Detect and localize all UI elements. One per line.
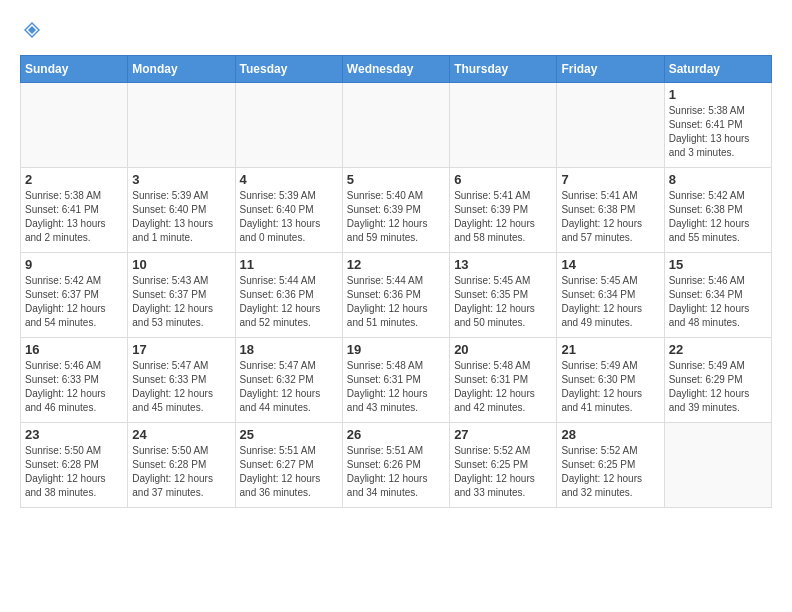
day-number: 11: [240, 257, 338, 272]
calendar-cell: 26Sunrise: 5:51 AM Sunset: 6:26 PM Dayli…: [342, 423, 449, 508]
day-info: Sunrise: 5:52 AM Sunset: 6:25 PM Dayligh…: [454, 444, 552, 500]
day-number: 9: [25, 257, 123, 272]
calendar-cell: [664, 423, 771, 508]
day-info: Sunrise: 5:44 AM Sunset: 6:36 PM Dayligh…: [240, 274, 338, 330]
calendar-cell: 18Sunrise: 5:47 AM Sunset: 6:32 PM Dayli…: [235, 338, 342, 423]
day-info: Sunrise: 5:40 AM Sunset: 6:39 PM Dayligh…: [347, 189, 445, 245]
day-number: 7: [561, 172, 659, 187]
calendar-cell: 25Sunrise: 5:51 AM Sunset: 6:27 PM Dayli…: [235, 423, 342, 508]
day-number: 27: [454, 427, 552, 442]
calendar-cell: 5Sunrise: 5:40 AM Sunset: 6:39 PM Daylig…: [342, 168, 449, 253]
week-row-4: 16Sunrise: 5:46 AM Sunset: 6:33 PM Dayli…: [21, 338, 772, 423]
day-info: Sunrise: 5:43 AM Sunset: 6:37 PM Dayligh…: [132, 274, 230, 330]
calendar-cell: 1Sunrise: 5:38 AM Sunset: 6:41 PM Daylig…: [664, 83, 771, 168]
calendar-cell: 11Sunrise: 5:44 AM Sunset: 6:36 PM Dayli…: [235, 253, 342, 338]
day-number: 20: [454, 342, 552, 357]
weekday-header-thursday: Thursday: [450, 56, 557, 83]
day-number: 25: [240, 427, 338, 442]
day-info: Sunrise: 5:49 AM Sunset: 6:29 PM Dayligh…: [669, 359, 767, 415]
weekday-header-tuesday: Tuesday: [235, 56, 342, 83]
day-info: Sunrise: 5:42 AM Sunset: 6:37 PM Dayligh…: [25, 274, 123, 330]
day-number: 19: [347, 342, 445, 357]
day-number: 12: [347, 257, 445, 272]
logo: [20, 20, 42, 45]
calendar-cell: 12Sunrise: 5:44 AM Sunset: 6:36 PM Dayli…: [342, 253, 449, 338]
day-info: Sunrise: 5:45 AM Sunset: 6:35 PM Dayligh…: [454, 274, 552, 330]
calendar-cell: [342, 83, 449, 168]
day-number: 17: [132, 342, 230, 357]
day-number: 14: [561, 257, 659, 272]
weekday-header-sunday: Sunday: [21, 56, 128, 83]
calendar-cell: 9Sunrise: 5:42 AM Sunset: 6:37 PM Daylig…: [21, 253, 128, 338]
day-info: Sunrise: 5:41 AM Sunset: 6:39 PM Dayligh…: [454, 189, 552, 245]
calendar-cell: 7Sunrise: 5:41 AM Sunset: 6:38 PM Daylig…: [557, 168, 664, 253]
calendar-header-row: SundayMondayTuesdayWednesdayThursdayFrid…: [21, 56, 772, 83]
day-info: Sunrise: 5:41 AM Sunset: 6:38 PM Dayligh…: [561, 189, 659, 245]
week-row-5: 23Sunrise: 5:50 AM Sunset: 6:28 PM Dayli…: [21, 423, 772, 508]
day-number: 5: [347, 172, 445, 187]
day-info: Sunrise: 5:51 AM Sunset: 6:26 PM Dayligh…: [347, 444, 445, 500]
day-info: Sunrise: 5:52 AM Sunset: 6:25 PM Dayligh…: [561, 444, 659, 500]
calendar-cell: [557, 83, 664, 168]
day-info: Sunrise: 5:45 AM Sunset: 6:34 PM Dayligh…: [561, 274, 659, 330]
calendar-cell: 24Sunrise: 5:50 AM Sunset: 6:28 PM Dayli…: [128, 423, 235, 508]
calendar-cell: 22Sunrise: 5:49 AM Sunset: 6:29 PM Dayli…: [664, 338, 771, 423]
calendar-cell: 3Sunrise: 5:39 AM Sunset: 6:40 PM Daylig…: [128, 168, 235, 253]
calendar-cell: [128, 83, 235, 168]
week-row-3: 9Sunrise: 5:42 AM Sunset: 6:37 PM Daylig…: [21, 253, 772, 338]
day-number: 1: [669, 87, 767, 102]
day-number: 6: [454, 172, 552, 187]
calendar-cell: 17Sunrise: 5:47 AM Sunset: 6:33 PM Dayli…: [128, 338, 235, 423]
day-info: Sunrise: 5:47 AM Sunset: 6:33 PM Dayligh…: [132, 359, 230, 415]
calendar-table: SundayMondayTuesdayWednesdayThursdayFrid…: [20, 55, 772, 508]
day-number: 18: [240, 342, 338, 357]
weekday-header-wednesday: Wednesday: [342, 56, 449, 83]
day-info: Sunrise: 5:49 AM Sunset: 6:30 PM Dayligh…: [561, 359, 659, 415]
day-info: Sunrise: 5:44 AM Sunset: 6:36 PM Dayligh…: [347, 274, 445, 330]
day-info: Sunrise: 5:47 AM Sunset: 6:32 PM Dayligh…: [240, 359, 338, 415]
calendar-cell: [450, 83, 557, 168]
calendar-cell: 6Sunrise: 5:41 AM Sunset: 6:39 PM Daylig…: [450, 168, 557, 253]
calendar-cell: 8Sunrise: 5:42 AM Sunset: 6:38 PM Daylig…: [664, 168, 771, 253]
day-info: Sunrise: 5:48 AM Sunset: 6:31 PM Dayligh…: [454, 359, 552, 415]
page-header: [20, 20, 772, 45]
calendar-body: 1Sunrise: 5:38 AM Sunset: 6:41 PM Daylig…: [21, 83, 772, 508]
day-number: 8: [669, 172, 767, 187]
week-row-1: 1Sunrise: 5:38 AM Sunset: 6:41 PM Daylig…: [21, 83, 772, 168]
day-info: Sunrise: 5:50 AM Sunset: 6:28 PM Dayligh…: [25, 444, 123, 500]
calendar-cell: 4Sunrise: 5:39 AM Sunset: 6:40 PM Daylig…: [235, 168, 342, 253]
day-number: 2: [25, 172, 123, 187]
week-row-2: 2Sunrise: 5:38 AM Sunset: 6:41 PM Daylig…: [21, 168, 772, 253]
calendar-cell: 2Sunrise: 5:38 AM Sunset: 6:41 PM Daylig…: [21, 168, 128, 253]
day-number: 26: [347, 427, 445, 442]
day-info: Sunrise: 5:39 AM Sunset: 6:40 PM Dayligh…: [132, 189, 230, 245]
day-info: Sunrise: 5:39 AM Sunset: 6:40 PM Dayligh…: [240, 189, 338, 245]
calendar-cell: [21, 83, 128, 168]
day-number: 21: [561, 342, 659, 357]
day-number: 16: [25, 342, 123, 357]
weekday-header-friday: Friday: [557, 56, 664, 83]
day-info: Sunrise: 5:46 AM Sunset: 6:33 PM Dayligh…: [25, 359, 123, 415]
calendar-cell: 28Sunrise: 5:52 AM Sunset: 6:25 PM Dayli…: [557, 423, 664, 508]
day-number: 28: [561, 427, 659, 442]
day-number: 3: [132, 172, 230, 187]
calendar-cell: 23Sunrise: 5:50 AM Sunset: 6:28 PM Dayli…: [21, 423, 128, 508]
calendar-cell: 16Sunrise: 5:46 AM Sunset: 6:33 PM Dayli…: [21, 338, 128, 423]
day-number: 4: [240, 172, 338, 187]
day-info: Sunrise: 5:38 AM Sunset: 6:41 PM Dayligh…: [669, 104, 767, 160]
calendar-cell: 13Sunrise: 5:45 AM Sunset: 6:35 PM Dayli…: [450, 253, 557, 338]
day-info: Sunrise: 5:42 AM Sunset: 6:38 PM Dayligh…: [669, 189, 767, 245]
day-info: Sunrise: 5:46 AM Sunset: 6:34 PM Dayligh…: [669, 274, 767, 330]
calendar-cell: 20Sunrise: 5:48 AM Sunset: 6:31 PM Dayli…: [450, 338, 557, 423]
calendar-cell: 15Sunrise: 5:46 AM Sunset: 6:34 PM Dayli…: [664, 253, 771, 338]
day-info: Sunrise: 5:51 AM Sunset: 6:27 PM Dayligh…: [240, 444, 338, 500]
day-number: 15: [669, 257, 767, 272]
day-info: Sunrise: 5:38 AM Sunset: 6:41 PM Dayligh…: [25, 189, 123, 245]
weekday-header-monday: Monday: [128, 56, 235, 83]
calendar-cell: 10Sunrise: 5:43 AM Sunset: 6:37 PM Dayli…: [128, 253, 235, 338]
day-info: Sunrise: 5:50 AM Sunset: 6:28 PM Dayligh…: [132, 444, 230, 500]
calendar-cell: [235, 83, 342, 168]
calendar-cell: 21Sunrise: 5:49 AM Sunset: 6:30 PM Dayli…: [557, 338, 664, 423]
day-number: 24: [132, 427, 230, 442]
day-number: 22: [669, 342, 767, 357]
